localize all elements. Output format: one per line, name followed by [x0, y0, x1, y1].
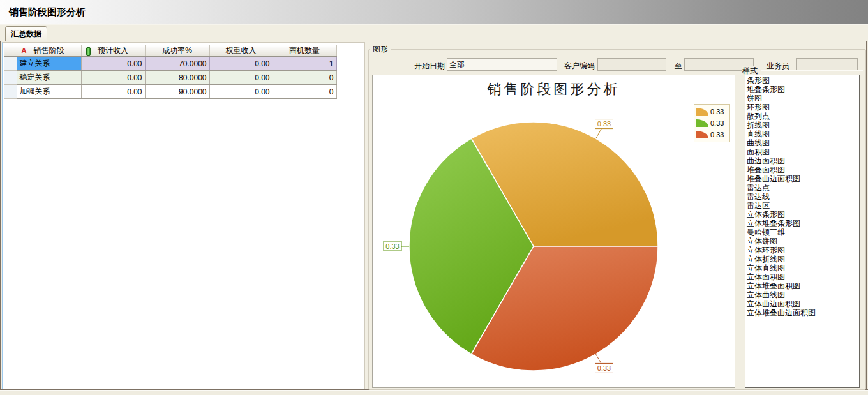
callout-value: 0.33 [597, 120, 611, 128]
row-selector-header[interactable] [4, 45, 17, 57]
summary-table-panel: A销售阶段预计收入成功率%权重收入商机数量 建立关系0.0070.00000.0… [2, 42, 365, 389]
window-frame-left [0, 41, 1, 390]
column-header-2[interactable]: 成功率% [145, 45, 209, 57]
style-option[interactable]: 直线图 [745, 130, 859, 138]
legend-label: 0.33 [710, 108, 724, 116]
style-option[interactable]: 折线图 [745, 121, 859, 130]
numeric-column-type-icon [86, 47, 91, 56]
style-option[interactable]: 立体面积图 [745, 272, 859, 281]
page-title: 销售阶段图形分析 [9, 6, 86, 19]
style-option[interactable]: 立体折线图 [745, 255, 859, 264]
customer-code-input[interactable] [597, 58, 666, 71]
style-option[interactable]: 条形图 [745, 76, 859, 85]
salesman-input[interactable] [796, 58, 858, 71]
style-option[interactable]: 曲边面积图 [745, 156, 859, 165]
column-header-label: 权重收入 [226, 46, 257, 55]
customer-code-label: 客户编码 [564, 61, 595, 71]
value-cell[interactable]: 0.00 [81, 57, 145, 71]
column-header-label: 销售阶段 [34, 46, 64, 55]
legend-swatch-icon [696, 131, 708, 138]
legend-label: 0.33 [710, 119, 724, 127]
row-selector[interactable] [4, 85, 17, 99]
column-header-4[interactable]: 商机数量 [273, 45, 336, 57]
style-option[interactable]: 立体曲线图 [745, 290, 859, 299]
chart-area: 0.330.330.33 销售阶段图形分析 0.330.330.33 [372, 75, 735, 388]
style-option[interactable]: 立体条形图 [745, 210, 859, 219]
start-date-label: 开始日期 [414, 61, 445, 71]
value-cell[interactable]: 0 [273, 85, 336, 99]
callout-value: 0.33 [597, 364, 611, 372]
tab-summary-data[interactable]: 汇总数据 [5, 26, 47, 41]
table-row: 加强关系0.0090.00000.000 [4, 85, 336, 99]
callout-value: 0.33 [385, 242, 399, 250]
stage-cell[interactable]: 建立关系 [17, 57, 81, 71]
chart-legend: 0.330.330.33 [694, 104, 730, 142]
style-group-divider [761, 70, 863, 71]
window-title-bar: 销售阶段图形分析 [0, 0, 868, 25]
style-option[interactable]: 堆叠条形图 [745, 85, 859, 94]
style-option[interactable]: 面积图 [745, 147, 859, 156]
value-cell[interactable]: 0.00 [81, 85, 145, 99]
style-option[interactable]: 立体环形图 [745, 246, 859, 255]
column-header-0[interactable]: A销售阶段 [17, 45, 81, 57]
value-cell[interactable]: 0.00 [209, 57, 273, 71]
style-option[interactable]: 饼图 [745, 94, 859, 103]
stage-cell[interactable]: 稳定关系 [17, 71, 81, 85]
bottom-strip [0, 390, 868, 395]
legend-item: 0.33 [696, 129, 729, 140]
value-cell[interactable]: 0.00 [209, 71, 273, 85]
stage-cell[interactable]: 加强关系 [17, 85, 81, 99]
row-selector[interactable] [4, 71, 17, 85]
column-header-label: 预计收入 [98, 46, 128, 55]
style-option[interactable]: 立体堆叠条形图 [745, 219, 859, 228]
column-header-1[interactable]: 预计收入 [81, 45, 145, 57]
style-option[interactable]: 堆叠面积图 [745, 165, 859, 174]
value-cell[interactable]: 70.0000 [145, 57, 209, 71]
column-header-3[interactable]: 权重收入 [209, 45, 273, 57]
column-header-label: 商机数量 [289, 46, 320, 55]
value-cell[interactable]: 0.00 [209, 85, 273, 99]
style-list[interactable]: 条形图堆叠条形图饼图环形图散列点折线图直线图曲线图面积图曲边面积图堆叠面积图堆叠… [745, 75, 860, 388]
style-option[interactable]: 立体饼图 [745, 237, 859, 246]
legend-swatch-icon [696, 108, 708, 116]
sales-stage-analysis-window: { "window": { "title": "销售阶段图形分析" }, "ta… [0, 0, 868, 395]
pie-chart: 0.330.330.33 [373, 75, 735, 387]
style-option[interactable]: 环形图 [745, 103, 859, 112]
column-header-label: 成功率% [162, 46, 192, 55]
graph-group-label: 图形 [370, 44, 391, 55]
value-cell[interactable]: 0 [273, 71, 336, 85]
table-row: 稳定关系0.0080.00000.000 [4, 71, 336, 85]
style-option[interactable]: 雷达区 [745, 201, 859, 210]
value-cell[interactable]: 0.00 [81, 71, 145, 85]
legend-item: 0.33 [696, 117, 729, 129]
value-cell[interactable]: 80.0000 [145, 71, 209, 85]
style-option[interactable]: 曲线图 [745, 138, 859, 147]
value-cell[interactable]: 1 [273, 57, 336, 71]
text-column-type-icon: A [22, 47, 27, 55]
tab-strip: 汇总数据 [0, 25, 868, 41]
style-option[interactable]: 曼哈顿三维 [745, 228, 859, 237]
legend-label: 0.33 [710, 131, 724, 138]
to-label: 至 [675, 61, 682, 71]
table-row: 建立关系0.0070.00000.001 [4, 57, 336, 71]
style-option[interactable]: 立体曲边面积图 [745, 299, 859, 308]
style-option[interactable]: 立体堆叠曲边面积图 [745, 308, 859, 317]
tab-divider [0, 41, 868, 41]
legend-item: 0.33 [696, 106, 729, 117]
style-option[interactable]: 散列点 [745, 112, 859, 121]
style-option[interactable]: 堆叠曲边面积图 [745, 174, 859, 183]
style-option[interactable]: 立体直线图 [745, 264, 859, 272]
start-date-input[interactable] [447, 58, 557, 71]
row-selector[interactable] [4, 57, 17, 71]
value-cell[interactable]: 90.0000 [145, 85, 209, 99]
legend-swatch-icon [696, 119, 708, 127]
sales-stage-table: A销售阶段预计收入成功率%权重收入商机数量 建立关系0.0070.00000.0… [4, 45, 337, 99]
chart-title: 销售阶段图形分析 [373, 80, 735, 99]
window-frame-right [866, 41, 867, 390]
style-option[interactable]: 雷达线 [745, 192, 859, 201]
style-option[interactable]: 雷达点 [745, 183, 859, 192]
style-option[interactable]: 立体堆叠面积图 [745, 281, 859, 290]
